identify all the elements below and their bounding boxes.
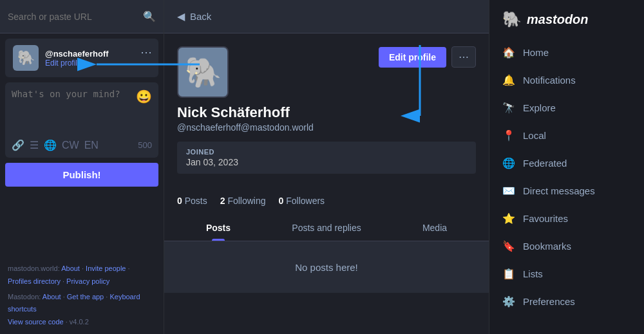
profile-actions: Edit profile ⋯ [379,46,476,68]
tab-posts[interactable]: Posts [164,215,272,241]
publish-button[interactable]: Publish! [5,163,158,187]
view-source-link[interactable]: View source code [8,318,64,326]
joined-box: JOINED Jan 03, 2023 [177,142,476,174]
nav-item-direct-messages[interactable]: ✉️ Direct messages [489,177,644,205]
tab-posts-replies[interactable]: Posts and replies [272,215,381,241]
explore-icon: 🔭 [502,102,515,114]
nav-label-preferences: Preferences [523,296,575,307]
search-bar: 🔍 [0,0,164,33]
left-sidebar: 🔍 🐘 @nschaeferhoff Edit profile ⋯ 😀 🔗 ☰ … [0,0,164,334]
nav-label-explore: Explore [523,102,556,113]
notifications-icon: 🔔 [502,74,515,86]
attachment-icon[interactable]: 🔗 [12,139,24,151]
search-input[interactable] [8,12,143,22]
right-sidebar: 🐘 mastodon 🏠 Home 🔔 Notifications 🔭 Expl… [489,0,644,334]
nav-item-preferences[interactable]: ⚙️ Preferences [489,288,644,315]
profile-more-button[interactable]: ⋯ [140,45,152,59]
site-label: mastodon.world: [8,264,60,272]
followers-stat[interactable]: 0 Followers [279,196,325,206]
poll-icon[interactable]: ☰ [30,139,39,151]
posts-count: 0 [177,196,182,206]
posts-stat[interactable]: 0 Posts [177,196,207,206]
posts-label: Posts [185,196,207,206]
tab-media[interactable]: Media [381,215,489,241]
back-label: Back [190,11,211,22]
federated-icon: 🌐 [502,157,515,169]
nav-label-bookmarks: Bookmarks [523,241,571,252]
nav-label-favourites: Favourites [523,213,568,224]
preferences-icon: ⚙️ [502,295,515,308]
mastodon-label: Mastodon: [8,293,41,301]
following-count: 2 [220,196,225,206]
followers-label: Followers [286,196,325,206]
dm-icon: ✉️ [502,185,515,197]
joined-date: Jan 03, 2023 [186,157,467,167]
nav-item-local[interactable]: 📍 Local [489,122,644,149]
nav-item-federated[interactable]: 🌐 Federated [489,149,644,177]
lang-button[interactable]: EN [84,140,99,151]
nav-item-notifications[interactable]: 🔔 Notifications [489,66,644,94]
nav-item-explore[interactable]: 🔭 Explore [489,94,644,122]
stats-row: 0 Posts 2 Following 0 Followers [164,187,489,215]
followers-count: 0 [279,196,284,206]
version-label: v4.0.2 [70,318,89,326]
following-stat[interactable]: 2 Following [220,196,266,206]
edit-profile-link[interactable]: Edit profile [45,59,109,68]
nav-item-bookmarks[interactable]: 🔖 Bookmarks [489,232,644,260]
emoji-icon[interactable]: 😀 [136,89,152,104]
profiles-dir-link[interactable]: Profiles directory [8,277,61,285]
local-icon: 📍 [502,129,515,142]
profile-avatar-large: 🐘 [177,46,229,98]
avatar: 🐘 [13,45,39,71]
main-content: ◀ Back 🐘 Edit profile ⋯ Nick Schäferhoff… [164,0,489,334]
globe-icon[interactable]: 🌐 [44,139,57,151]
compose-box: 😀 🔗 ☰ 🌐 CW EN 500 [5,82,158,158]
back-bar[interactable]: ◀ Back [164,0,489,33]
edit-profile-button[interactable]: Edit profile [379,47,446,68]
favourites-icon: ⭐ [502,212,515,225]
following-label: Following [227,196,265,206]
home-icon: 🏠 [502,46,515,59]
bookmarks-icon: 🔖 [502,240,515,252]
mastodon-logo-icon: 🐘 [502,10,522,28]
lists-icon: 📋 [502,268,515,280]
empty-posts-message: No posts here! [164,241,489,293]
search-icon: 🔍 [143,10,156,23]
mastodon-logo-text: mastodon [527,12,589,27]
profile-info: @nschaeferhoff Edit profile [45,49,109,68]
profile-header-section: 🐘 Edit profile ⋯ Nick Schäferhoff @nscha… [164,33,489,187]
get-app-link[interactable]: Get the app [67,293,104,301]
back-arrow-icon: ◀ [177,10,185,23]
profile-full-handle: @nschaeferhoff@mastodon.world [177,122,476,133]
mastodon-about-link[interactable]: About [43,293,61,301]
nav-label-notifications: Notifications [523,75,576,86]
profile-more-button[interactable]: ⋯ [451,46,476,68]
compose-textarea[interactable] [12,89,152,134]
privacy-link[interactable]: Privacy policy [66,277,109,285]
about-link[interactable]: About [61,264,80,272]
left-footer: mastodon.world: About · Invite people · … [0,257,164,334]
profile-name: Nick Schäferhoff [177,104,476,121]
nav-item-favourites[interactable]: ⭐ Favourites [489,205,644,232]
nav-label-dm: Direct messages [523,185,595,196]
invite-link[interactable]: Invite people [86,264,126,272]
sidebar-profile-card: 🐘 @nschaeferhoff Edit profile ⋯ [5,39,158,77]
char-count: 500 [138,140,152,150]
cw-button[interactable]: CW [62,140,79,151]
nav-label-home: Home [523,47,549,58]
joined-label: JOINED [186,148,467,156]
logo-section: 🐘 mastodon [489,0,644,39]
compose-wrapper: 😀 🔗 ☰ 🌐 CW EN 500 Publish! [0,82,164,192]
nav-label-lists: Lists [523,268,543,279]
tabs-bar: Posts Posts and replies Media [164,215,489,241]
profile-handle: @nschaeferhoff [45,49,109,59]
nav-label-federated: Federated [523,158,567,169]
nav-item-home[interactable]: 🏠 Home [489,39,644,66]
compose-toolbar: 🔗 ☰ 🌐 CW EN 500 [12,139,152,151]
nav-label-local: Local [523,130,546,141]
nav-item-lists[interactable]: 📋 Lists [489,260,644,288]
